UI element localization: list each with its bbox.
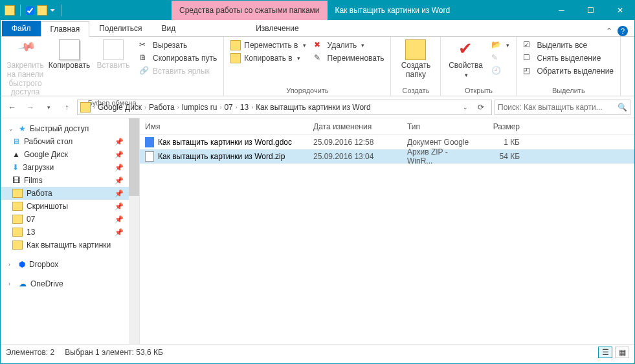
crumb[interactable]: 07 <box>224 103 232 112</box>
qat-overflow-icon[interactable]: ⏷ <box>50 7 56 14</box>
move-icon <box>230 40 241 50</box>
chevron-right-icon[interactable]: › <box>250 104 254 111</box>
select-all-button[interactable]: ☑Выделить все <box>520 39 616 51</box>
select-none-button[interactable]: ☐Снять выделение <box>520 52 616 64</box>
cut-button[interactable]: ✂Вырезать <box>137 39 219 51</box>
col-name[interactable]: Имя <box>140 122 308 131</box>
delete-button[interactable]: ✖Удалить▾ <box>311 39 387 51</box>
pin-quick-access-button[interactable]: 📌 Закрепить на панели быстрого доступа <box>5 38 46 98</box>
open-button[interactable]: 📂▾ <box>489 39 512 51</box>
move-to-button[interactable]: Переместить в▾ <box>228 39 308 51</box>
tab-file[interactable]: Файл <box>2 21 41 36</box>
new-folder-icon <box>405 39 426 60</box>
back-button[interactable]: ← <box>5 100 20 115</box>
tree-quick-access[interactable]: ⌄★Быстрый доступ <box>1 122 139 135</box>
history-button[interactable]: 🕘 <box>489 65 512 77</box>
tree-onedrive[interactable]: ›☁OneDrive <box>1 277 139 290</box>
tree-desktop[interactable]: 🖥Рабочий стол📌 <box>1 135 139 148</box>
rename-icon: ✎ <box>314 53 324 63</box>
history-icon: 🕘 <box>491 66 502 76</box>
qat-checkbox[interactable] <box>26 6 34 15</box>
zip-icon <box>145 151 154 162</box>
minimize-button[interactable]: ─ <box>547 1 576 20</box>
rename-button[interactable]: ✎Переименовать <box>311 52 387 64</box>
chevron-right-icon[interactable]: › <box>8 261 15 268</box>
address-bar[interactable]: › Google Диск› Работа› lumpics ru› 07› 1… <box>77 100 492 115</box>
chevron-down-icon: ▾ <box>465 72 468 78</box>
maximize-button[interactable]: ☐ <box>576 1 605 20</box>
chevron-right-icon[interactable]: › <box>176 104 181 111</box>
tab-extract[interactable]: Извлечение <box>246 21 308 36</box>
pin-icon: 📌 <box>115 202 124 211</box>
tab-home[interactable]: Главная <box>41 21 90 37</box>
paste-button[interactable]: Вставить <box>93 38 134 72</box>
search-input[interactable] <box>498 103 618 112</box>
copy-button[interactable]: Копировать <box>49 38 90 72</box>
file-row[interactable]: Как вытащить картинки из Word.zip 25.09.… <box>140 149 634 164</box>
tab-view[interactable]: Вид <box>151 21 185 36</box>
group-label-new: Создать <box>395 86 436 96</box>
tab-share[interactable]: Поделиться <box>89 21 151 36</box>
nav-tree: ⌄★Быстрый доступ 🖥Рабочий стол📌 ▲Google … <box>1 118 140 344</box>
close-button[interactable]: ✕ <box>605 1 634 20</box>
paste-shortcut-button[interactable]: 🔗Вставить ярлык <box>137 65 219 77</box>
properties-button[interactable]: ✔ Свойства▾ <box>445 38 486 80</box>
file-row[interactable]: Как вытащить картинки из Word.gdoc 25.09… <box>140 135 634 149</box>
copy-to-button[interactable]: Копировать в▾ <box>228 52 308 64</box>
collapse-ribbon-icon[interactable]: ⌃ <box>606 27 612 36</box>
tree-dropbox[interactable]: ›⬢Dropbox <box>1 258 139 271</box>
film-icon: 🎞 <box>12 176 20 185</box>
cloud-icon: ☁ <box>19 279 27 288</box>
chevron-down-icon[interactable]: ⌄ <box>8 125 15 132</box>
view-details-button[interactable]: ☰ <box>598 347 612 358</box>
new-folder-button[interactable]: Создать папку <box>395 38 436 81</box>
search-box[interactable]: 🔍 <box>495 100 630 115</box>
tree-screenshots[interactable]: Скриншоты📌 <box>1 200 139 213</box>
up-button[interactable]: ↑ <box>59 100 74 115</box>
tree-scrollbar[interactable] <box>129 118 139 344</box>
copy-to-icon <box>230 53 241 63</box>
properties-icon: ✔ <box>455 39 476 60</box>
crumb[interactable]: Работа <box>149 103 175 112</box>
recent-dropdown[interactable]: ▾ <box>41 100 56 115</box>
chevron-right-icon[interactable]: › <box>234 104 239 111</box>
invert-selection-button[interactable]: ◰Обратить выделение <box>520 65 616 77</box>
folder-icon <box>37 5 47 16</box>
folder-icon <box>12 228 23 237</box>
crumb[interactable]: Как вытащить картинки из Word <box>256 103 371 112</box>
help-icon[interactable]: ? <box>618 26 628 36</box>
folder-icon <box>12 202 23 211</box>
crumb[interactable]: Google Диск <box>98 103 142 112</box>
chevron-down-icon: ▾ <box>303 42 306 48</box>
tree-images[interactable]: Как вытащить картинки <box>1 239 139 252</box>
refresh-button[interactable]: ⟳ <box>473 100 489 114</box>
chevron-right-icon[interactable]: › <box>143 104 148 111</box>
col-type[interactable]: Тип <box>402 122 480 131</box>
nav-bar: ← → ▾ ↑ › Google Диск› Работа› lumpics r… <box>1 96 634 118</box>
edit-button[interactable]: ✎ <box>489 52 512 64</box>
scrollbar-thumb[interactable] <box>129 118 139 196</box>
status-selection: Выбран 1 элемент: 53,6 КБ <box>65 348 163 357</box>
tree-films[interactable]: 🎞Films📌 <box>1 174 139 187</box>
chevron-down-icon: ▾ <box>361 42 364 48</box>
gdoc-icon <box>145 137 154 147</box>
chevron-right-icon[interactable]: › <box>218 104 223 111</box>
folder-icon <box>12 241 23 250</box>
col-date[interactable]: Дата изменения <box>308 122 402 131</box>
tree-work[interactable]: Работа📌 <box>1 187 139 200</box>
view-icons-button[interactable]: ▦ <box>615 347 629 358</box>
forward-button[interactable]: → <box>23 100 38 115</box>
tree-downloads[interactable]: ⬇Загрузки📌 <box>1 161 139 174</box>
crumb[interactable]: 13 <box>240 103 249 112</box>
col-size[interactable]: Размер <box>480 122 525 131</box>
chevron-right-icon[interactable]: › <box>8 281 15 287</box>
search-icon[interactable]: 🔍 <box>618 103 627 112</box>
address-dropdown[interactable]: ⌄ <box>458 100 473 114</box>
tree-07[interactable]: 07📌 <box>1 213 139 226</box>
group-label-organize: Упорядочить <box>228 86 386 96</box>
chevron-right-icon[interactable]: › <box>92 104 96 111</box>
tree-13[interactable]: 13📌 <box>1 226 139 239</box>
tree-gdrive[interactable]: ▲Google Диск📌 <box>1 148 139 161</box>
crumb[interactable]: lumpics ru <box>182 103 217 112</box>
copy-path-button[interactable]: 🗎Скопировать путь <box>137 52 219 64</box>
